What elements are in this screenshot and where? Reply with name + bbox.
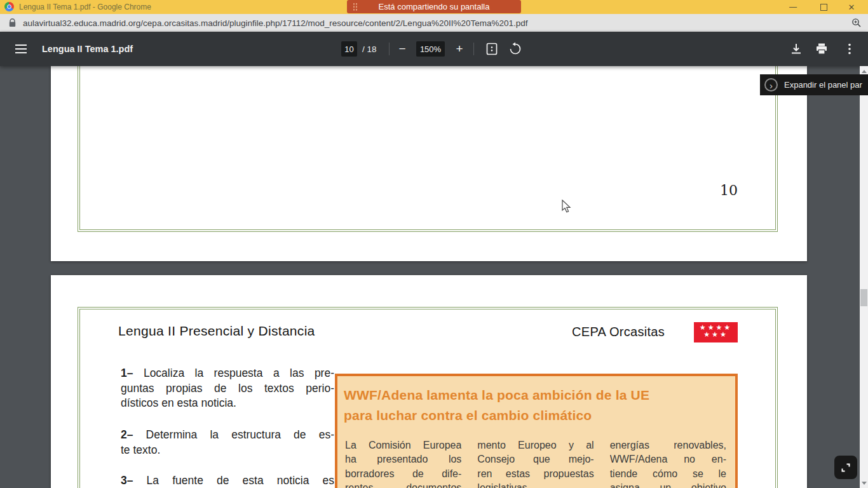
screen-sharing-banner[interactable]: Está compartiendo su pantalla xyxy=(347,0,521,13)
close-button[interactable]: ✕ xyxy=(839,0,864,14)
drag-handle-icon[interactable] xyxy=(353,3,358,11)
restore-icon xyxy=(820,4,827,11)
chrome-logo-icon xyxy=(4,2,14,11)
toolbar-divider xyxy=(389,43,390,55)
madrid-flag: ★★★★★★★ xyxy=(694,322,738,342)
window-title: Lengua II Tema 1.pdf - Google Chrome xyxy=(19,3,151,11)
fit-to-page-button[interactable] xyxy=(485,42,499,56)
print-button[interactable] xyxy=(815,42,829,56)
menu-button[interactable] xyxy=(15,44,27,53)
question-3: 3– La fuente de esta noticia es xyxy=(121,473,334,488)
article-headline: WWF/Adena lamenta la poca ambición de la… xyxy=(344,385,728,425)
pdf-page-10: 10 xyxy=(51,66,807,261)
maximize-button[interactable] xyxy=(811,0,836,14)
flag-star-row: ★★★ xyxy=(694,330,738,338)
rotate-page-button[interactable] xyxy=(508,42,522,56)
chevron-right-icon[interactable]: › xyxy=(764,78,778,92)
scroll-up-arrow-icon[interactable] xyxy=(862,70,867,73)
url-text[interactable]: aulavirtual32.educa.madrid.org/cepa.orca… xyxy=(23,18,528,28)
zoom-in-button[interactable]: + xyxy=(451,41,468,57)
news-article-box: WWF/Adena lamenta la poca ambición de la… xyxy=(335,374,738,488)
question-1: 1– Localiza la respuesta a las pre-gunta… xyxy=(121,366,334,411)
expand-panel-label: Expandir el panel par xyxy=(784,80,862,90)
question-2: 2– Determina la estructura de es-te text… xyxy=(121,428,334,458)
scroll-down-arrow-icon[interactable] xyxy=(862,482,867,485)
school-header: CEPA Orcasitas xyxy=(572,325,665,339)
article-column-3: energías renovables,WWF/Adena no en-tien… xyxy=(610,438,726,488)
screen-sharing-text: Está compartiendo su pantalla xyxy=(379,2,490,11)
more-options-button[interactable] xyxy=(843,42,857,56)
article-column-2: mento Europeo y alConsejo que mejo-ren e… xyxy=(477,438,593,488)
scrollbar-thumb[interactable] xyxy=(860,289,867,306)
window-titlebar: Lengua II Tema 1.pdf - Google Chrome Est… xyxy=(0,0,868,14)
course-header: Lengua II Presencial y Distancia xyxy=(118,323,315,339)
url-bar[interactable]: aulavirtual32.educa.madrid.org/cepa.orca… xyxy=(0,14,868,32)
expand-panel-tooltip[interactable]: › Expandir el panel par xyxy=(760,74,868,95)
minimize-button[interactable]: — xyxy=(780,0,806,14)
lock-icon xyxy=(9,18,16,27)
pdf-page-11: Lengua II Presencial y Distancia CEPA Or… xyxy=(51,275,807,488)
vertical-scrollbar[interactable] xyxy=(860,66,868,488)
page-total-label: / 18 xyxy=(362,44,377,54)
download-button[interactable] xyxy=(789,42,803,56)
article-columns: La Comisión Europeaha presentado losborr… xyxy=(345,438,726,488)
toolbar-divider xyxy=(473,43,474,55)
zoom-out-button[interactable]: − xyxy=(394,41,410,57)
printed-page-number: 10 xyxy=(720,182,738,198)
pdf-viewer-area[interactable]: 10 Lengua II Presencial y Distancia CEPA… xyxy=(0,66,868,488)
page-frame-border xyxy=(78,66,778,232)
pdf-doc-title: Lengua II Tema 1.pdf xyxy=(42,44,133,54)
fullscreen-icon xyxy=(840,462,851,473)
page-number-input[interactable]: 10 xyxy=(341,41,357,57)
browser-window: Lengua II Tema 1.pdf - Google Chrome Est… xyxy=(0,0,868,488)
zoom-page-icon[interactable] xyxy=(851,18,862,28)
pdf-toolbar: Lengua II Tema 1.pdf 10 / 18 − 150% + xyxy=(0,32,868,66)
article-column-1: La Comisión Europeaha presentado losborr… xyxy=(345,438,461,488)
zoom-level-input[interactable]: 150% xyxy=(416,41,445,57)
fullscreen-button[interactable] xyxy=(834,456,857,479)
